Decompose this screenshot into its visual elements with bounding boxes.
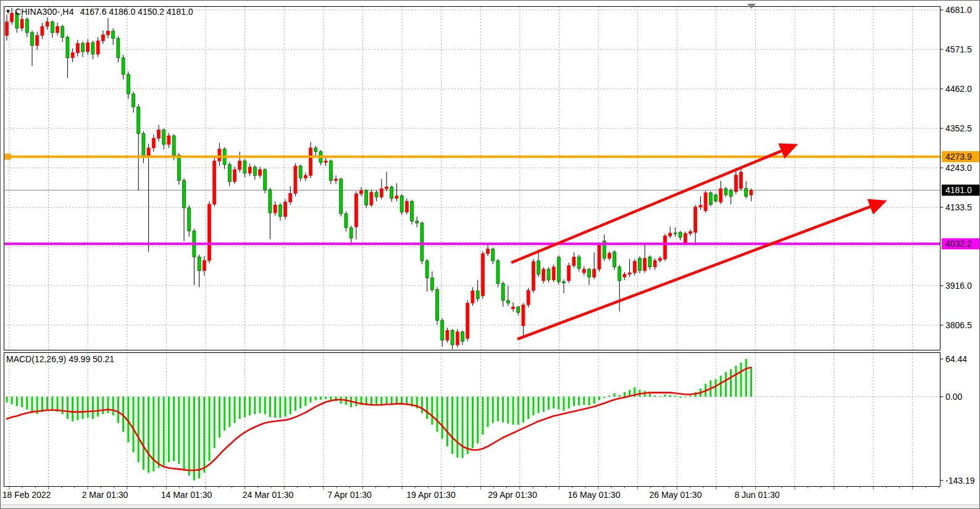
candle-bearish — [117, 38, 120, 58]
candle-bullish — [284, 202, 287, 217]
candle-bullish — [734, 175, 737, 192]
candle-bullish — [608, 254, 611, 259]
time-tick-label: 8 Jun 01:30 — [734, 490, 779, 500]
current-price-badge-text: 4181.0 — [945, 185, 972, 195]
price-tick-label: 3806.5 — [945, 320, 972, 330]
candle-bearish — [228, 165, 231, 181]
time-tick-label: 18 Feb 2022 — [2, 490, 51, 500]
candle-bearish — [745, 188, 748, 196]
window-background — [1, 1, 980, 509]
candle-bullish — [6, 22, 9, 35]
price-tick-label: 4571.5 — [945, 44, 972, 54]
macd-bar — [97, 397, 99, 416]
candle-bullish — [46, 22, 49, 27]
macd-bar — [203, 397, 205, 473]
candle-bullish — [233, 170, 237, 181]
candle-bearish — [162, 130, 165, 144]
chart-menu-dropdown-icon[interactable]: ▼ — [5, 7, 11, 16]
candle-bullish — [360, 191, 363, 194]
macd-bar — [138, 397, 140, 462]
macd-bar — [588, 397, 590, 405]
macd-bar — [320, 397, 322, 400]
candle-bullish — [466, 303, 469, 338]
time-tick-label: 29 Apr 01:30 — [488, 490, 537, 500]
macd-bar — [548, 397, 550, 410]
macd-bar — [26, 397, 28, 410]
candle-bearish — [172, 136, 175, 155]
candle-bearish — [588, 269, 591, 277]
candle-bearish — [137, 107, 140, 133]
price-tick-label: 4681.0 — [945, 5, 972, 15]
chart-title-row: ▼ CHINA300-,H4 4167.6 4186.0 4150.2 4181… — [5, 7, 193, 17]
candle-bearish — [340, 179, 343, 213]
macd-bar — [11, 397, 13, 404]
macd-bar — [451, 397, 453, 454]
price-tick-label: 4462.0 — [945, 84, 972, 94]
candle-bullish — [689, 231, 692, 233]
macd-bar — [386, 397, 388, 403]
orange-level-badge-text: 4273.9 — [945, 152, 972, 162]
macd-bar — [472, 397, 474, 448]
candle-bullish — [740, 172, 743, 188]
macd-bar — [77, 397, 78, 420]
candle-bearish — [51, 22, 54, 33]
candle-bearish — [679, 233, 682, 238]
macd-bar — [456, 397, 458, 457]
orange-line-handle[interactable] — [4, 154, 11, 160]
candle-bearish — [618, 267, 621, 281]
macd-bar — [426, 397, 428, 419]
time-tick-label: 24 Mar 01:30 — [243, 490, 294, 500]
macd-bar — [143, 397, 144, 470]
macd-bar — [740, 363, 742, 397]
macd-bar — [513, 397, 514, 424]
macd-bar — [51, 397, 53, 411]
macd-bar — [659, 396, 661, 397]
candle-bullish — [664, 236, 667, 259]
candle-bullish — [218, 149, 221, 161]
candle-bullish — [238, 161, 241, 170]
candle-bullish — [395, 196, 398, 199]
candle-bullish — [481, 254, 484, 296]
macd-bar — [102, 397, 104, 414]
macd-bar — [304, 397, 306, 406]
candle-bearish — [183, 180, 186, 207]
macd-bar — [421, 397, 423, 413]
macd-bar — [163, 397, 165, 466]
candle-bullish — [167, 136, 170, 144]
macd-tick-label: -143.19 — [945, 476, 975, 486]
macd-bar — [750, 368, 752, 397]
macd-bar — [6, 397, 8, 402]
macd-bar — [254, 397, 256, 414]
candle-bearish — [613, 252, 616, 267]
candle-bearish — [91, 43, 94, 54]
candle-bearish — [724, 189, 727, 195]
candle-bullish — [76, 43, 79, 52]
candle-bearish — [350, 228, 353, 238]
candle-bullish — [213, 161, 216, 204]
candle-bullish — [86, 43, 90, 52]
candle-bearish — [648, 257, 651, 267]
candle-bullish — [572, 257, 576, 265]
candle-bullish — [719, 189, 722, 202]
macd-bar — [107, 397, 109, 413]
support-line-magenta[interactable] — [4, 242, 940, 245]
candle-bullish — [36, 35, 39, 45]
candle-bearish — [537, 261, 540, 275]
macd-bar — [624, 392, 626, 397]
candle-bearish — [674, 233, 677, 234]
macd-bar — [538, 397, 540, 413]
macd-bar — [690, 395, 692, 397]
candle-bearish — [400, 196, 403, 212]
resistance-line-orange[interactable] — [4, 155, 940, 158]
macd-bar — [684, 397, 686, 397]
macd-bar — [67, 397, 69, 419]
candle-bullish — [633, 261, 636, 273]
macd-bar — [16, 397, 18, 406]
macd-bar — [310, 397, 312, 402]
time-tick-label: 16 May 01:30 — [568, 490, 621, 500]
chart-canvas[interactable]: 4681.04571.54462.04352.54243.04133.53916… — [1, 1, 980, 509]
candle-bearish — [639, 259, 642, 271]
candle-bullish — [289, 193, 292, 202]
candle-bullish — [380, 189, 383, 197]
macd-bar — [446, 397, 448, 446]
